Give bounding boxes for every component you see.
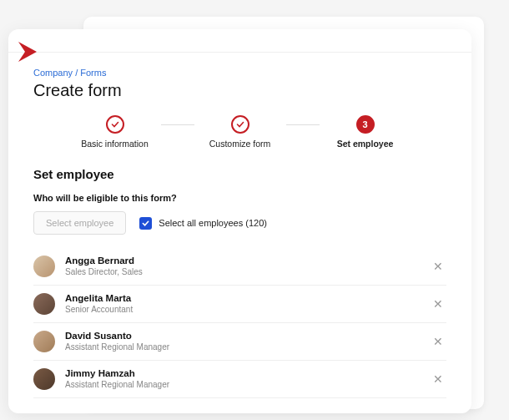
brand-logo [17,40,47,67]
list-item: David Susanto Assistant Regional Manager… [33,323,446,361]
stepper: Basic information Customize form 3 Set e… [33,115,446,149]
employee-name: Angga Bernard [65,256,430,267]
employee-role: Assistant Regional Manager [65,380,430,390]
check-icon [231,115,249,134]
employee-name: Angelita Marta [65,293,430,305]
step-customize-form[interactable]: Customize form [194,115,286,149]
close-icon[interactable]: ✕ [430,369,446,389]
breadcrumb-separator: / [73,68,80,78]
employee-role: Senior Accountant [65,305,430,315]
employee-list: Angga Bernard Sales Director, Sales ✕ An… [33,248,446,398]
list-item: Angga Bernard Sales Director, Sales ✕ [33,248,446,286]
checkmark-icon [139,217,152,230]
breadcrumb-forms[interactable]: Forms [80,68,106,78]
avatar [33,368,55,390]
close-icon[interactable]: ✕ [430,294,446,314]
section-title: Set employee [33,167,446,181]
card-header [8,29,471,53]
breadcrumb: Company / Forms [33,68,446,78]
select-employee-button[interactable]: Select employee [33,211,126,235]
avatar [33,256,55,277]
step-basic-information[interactable]: Basic information [69,115,161,149]
step-connector [161,124,194,125]
step-label: Set employee [337,139,394,149]
list-item: Angelita Marta Senior Accountant ✕ [33,286,446,323]
step-label: Basic information [81,139,149,149]
eligibility-question: Who will be eligible to this form? [33,193,446,203]
list-item: Jimmy Hamzah Assistant Regional Manager … [33,361,446,398]
check-icon [106,115,124,134]
breadcrumb-company[interactable]: Company [33,68,73,78]
main-card: Company / Forms Create form Basic inform… [8,29,471,413]
step-label: Customize form [209,139,271,149]
employee-name: Jimmy Hamzah [65,368,430,380]
step-connector [286,124,320,125]
step-set-employee[interactable]: 3 Set employee [320,115,411,149]
employee-role: Assistant Regional Manager [65,342,430,352]
page-title: Create form [33,81,446,100]
employee-role: Sales Director, Sales [65,267,430,277]
employee-name: David Susanto [65,331,430,342]
close-icon[interactable]: ✕ [430,256,446,276]
select-all-label: Select all employees (120) [159,218,267,228]
select-all-checkbox[interactable]: Select all employees (120) [139,217,267,230]
avatar [33,293,55,315]
avatar [33,331,55,352]
step-number: 3 [356,115,375,134]
close-icon[interactable]: ✕ [430,331,446,352]
